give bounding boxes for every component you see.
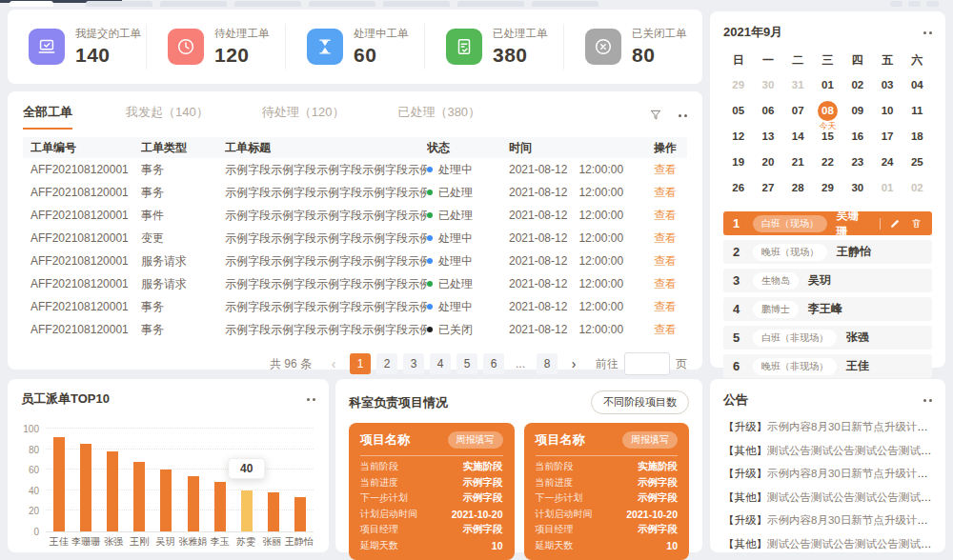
calendar-day[interactable]: 15 <box>813 125 842 148</box>
more-icon[interactable] <box>923 399 932 402</box>
calendar-day[interactable]: 30 <box>842 176 872 199</box>
browser-tab[interactable] <box>532 1 598 7</box>
calendar-day[interactable]: 02 <box>902 176 932 199</box>
more-icon[interactable] <box>679 114 687 117</box>
calendar-day[interactable]: 08今天 <box>813 99 842 122</box>
more-icon[interactable] <box>923 31 932 34</box>
page-ellipsis[interactable]: ... <box>510 353 531 374</box>
trash-icon[interactable] <box>910 217 923 230</box>
calendar-day[interactable]: 03 <box>872 73 902 96</box>
calendar-day[interactable]: 24 <box>872 150 902 173</box>
browser-tab[interactable] <box>160 1 227 7</box>
page-button[interactable]: 2 <box>376 353 397 374</box>
calendar-day[interactable]: 22 <box>813 150 842 173</box>
page-button[interactable]: 1 <box>350 353 371 374</box>
field-label: 项目经理 <box>536 523 574 536</box>
calendar-day[interactable]: 27 <box>753 176 782 199</box>
calendar-day[interactable]: 01 <box>813 73 842 96</box>
weekly-report-badge[interactable]: 周报填写 <box>448 431 503 449</box>
tab-全部工单[interactable]: 全部工单 <box>23 104 72 130</box>
calendar-day[interactable]: 04 <box>902 73 932 96</box>
calendar-day[interactable]: 31 <box>783 73 813 96</box>
calendar-day[interactable]: 01 <box>872 176 902 199</box>
stage-project-count-button[interactable]: 不同阶段项目数 <box>591 390 689 414</box>
goto-page-input[interactable] <box>624 352 670 375</box>
shift-row[interactable]: 3 生物岛 吴玥 <box>723 269 932 292</box>
page-button[interactable]: 5 <box>456 353 477 374</box>
calendar-day[interactable]: 29 <box>723 73 753 96</box>
edit-icon[interactable] <box>889 217 902 230</box>
shift-row[interactable]: 1 白班（现场） 吴珊珊 <box>723 211 932 235</box>
calendar-day[interactable]: 30 <box>753 73 782 96</box>
view-link[interactable]: 查看 <box>654 277 677 290</box>
calendar-day[interactable]: 16 <box>842 125 872 148</box>
calendar-day[interactable]: 13 <box>753 125 782 148</box>
view-link[interactable]: 查看 <box>654 300 677 313</box>
announcement-item[interactable]: 【升级】示例内容8月30日新节点升级计划通知 <box>723 420 932 434</box>
calendar-day[interactable]: 19 <box>723 150 753 173</box>
more-icon[interactable] <box>307 398 315 401</box>
browser-tab[interactable] <box>234 1 301 7</box>
page-button[interactable]: 4 <box>430 353 451 374</box>
announcement-item[interactable]: 【升级】示例内容8月30日新节点升级计划通知 <box>723 513 932 528</box>
page-button[interactable]: 3 <box>403 353 424 374</box>
shift-row[interactable]: 5 白班（非现场） 张强 <box>723 326 932 350</box>
calendar-day[interactable]: 07 <box>783 99 813 122</box>
status-dot <box>427 235 433 241</box>
browser-tab-active[interactable] <box>10 1 53 7</box>
calendar-day[interactable]: 02 <box>842 73 872 96</box>
calendar-day[interactable]: 29 <box>813 176 842 199</box>
calendar-day[interactable]: 05 <box>723 99 753 122</box>
calendar-day[interactable]: 10 <box>872 99 902 122</box>
tab-bar-button[interactable] <box>908 1 921 7</box>
view-link[interactable]: 查看 <box>654 254 677 268</box>
order-actions: 查看删除 <box>654 253 679 270</box>
calendar-day[interactable]: 21 <box>783 150 813 173</box>
calendar-day[interactable]: 06 <box>753 99 782 122</box>
view-link[interactable]: 查看 <box>654 323 677 336</box>
table-row: AFF202108120001 事务 示例字段示例字段示例字段示例字段示例字段 … <box>23 181 687 204</box>
announcement-item[interactable]: 【升级】示例内容8月30日新节点升级计划通知 <box>723 467 932 481</box>
tab-bar-button[interactable] <box>926 1 939 7</box>
project-field-row: 计划启动时间2021-10-20 <box>360 507 503 523</box>
calendar-day[interactable]: 20 <box>753 150 782 173</box>
shift-row[interactable]: 2 晚班（现场） 王静怡 <box>723 240 932 264</box>
shift-row[interactable]: 4 鹏博士 李王峰 <box>723 297 932 321</box>
order-status: 处理中 <box>427 230 509 247</box>
calendar-day[interactable]: 11 <box>902 99 932 122</box>
tab-待处理（120）[interactable]: 待处理（120） <box>262 104 345 130</box>
browser-tab[interactable] <box>309 1 375 7</box>
next-page-button[interactable]: › <box>563 353 584 374</box>
prev-page-button[interactable]: ‹ <box>323 353 344 374</box>
tab-我发起（140）[interactable]: 我发起（140） <box>126 104 209 130</box>
view-link[interactable]: 查看 <box>654 186 677 199</box>
page-button[interactable]: 6 <box>483 353 504 374</box>
tab-已处理（380）[interactable]: 已处理（380） <box>397 104 480 130</box>
view-link[interactable]: 查看 <box>654 231 677 245</box>
page-button[interactable]: 8 <box>537 353 558 374</box>
calendar-day[interactable]: 23 <box>842 150 872 173</box>
calendar-day[interactable]: 09 <box>842 99 872 122</box>
calendar-day[interactable]: 18 <box>902 125 932 148</box>
browser-tab[interactable] <box>86 1 152 7</box>
tab-bar-button[interactable] <box>890 1 902 7</box>
order-title: 示例字段示例字段示例字段示例字段示例字段 <box>225 253 427 270</box>
calendar-day[interactable]: 28 <box>783 176 813 199</box>
calendar-day[interactable]: 17 <box>872 125 902 148</box>
weekly-report-badge[interactable]: 周报填写 <box>622 431 678 449</box>
calendar-day[interactable]: 14 <box>783 125 813 148</box>
order-actions: 查看删除 <box>654 230 679 247</box>
calendar-day[interactable]: 25 <box>902 150 932 173</box>
shift-row[interactable]: 6 晚班（非现场） 王佳 <box>723 354 932 378</box>
calendar-day[interactable]: 12 <box>723 125 753 148</box>
announcement-item[interactable]: 【其他】测试公告测试公告测试公告测试公告测试公告 <box>723 537 932 551</box>
browser-tab[interactable] <box>383 1 450 7</box>
announcement-item[interactable]: 【其他】测试公告测试公告测试公告测试公告测试公告 <box>723 490 932 505</box>
browser-tab[interactable] <box>457 1 524 7</box>
divider <box>536 455 679 456</box>
announcement-item[interactable]: 【其他】测试公告测试公告测试公告测试公告测试公告 <box>723 444 932 458</box>
filter-icon[interactable] <box>648 108 663 123</box>
view-link[interactable]: 查看 <box>654 209 677 222</box>
calendar-day[interactable]: 26 <box>723 176 753 199</box>
view-link[interactable]: 查看 <box>654 163 677 176</box>
